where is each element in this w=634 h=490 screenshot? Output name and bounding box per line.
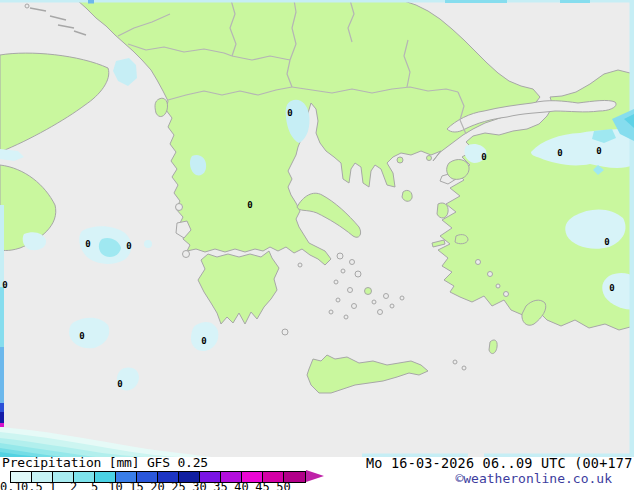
colorbar-tick-label: 40 <box>231 480 252 490</box>
island-lesbos <box>447 160 469 180</box>
colorbar-tick-label: 1 <box>42 480 63 490</box>
island-kasos <box>453 360 457 364</box>
island-samos <box>455 235 468 244</box>
island-thasos <box>397 157 403 163</box>
precip-value-label: 0 <box>85 240 90 249</box>
precip-top-edge <box>0 0 634 3</box>
island-lefkada <box>176 204 183 211</box>
island-chios <box>437 203 448 218</box>
precip-value-label: 0 <box>604 238 609 247</box>
precip-value-label: 0 <box>247 201 252 210</box>
map-area: 0 0 0 0 0 0 0 0 0 0 0 0 <box>0 0 634 457</box>
colorbar-tick-label: 50 <box>273 480 294 490</box>
weather-map-page: 0 0 0 0 0 0 0 0 0 0 0 0 <box>0 0 634 490</box>
colorbar-tick-label: 30 <box>189 480 210 490</box>
colorbar-tick-label: 25 <box>168 480 189 490</box>
precip-value-label: 0 <box>2 281 7 290</box>
island-zakynthos <box>183 251 190 258</box>
legend-title: Precipitation [mm] GFS 0.25 <box>2 455 208 470</box>
colorbar-tick-label: 15 <box>126 480 147 490</box>
precip-value-label: 0 <box>126 242 131 251</box>
precip-value-label: 0 <box>557 149 562 158</box>
island-corfu <box>155 98 168 116</box>
island-samothrace <box>427 156 432 161</box>
precip-value-label: 0 <box>481 153 486 162</box>
colorbar-tick-label: 20 <box>147 480 168 490</box>
precip-value-label: 0 <box>609 284 614 293</box>
precip-value-label: 0 <box>79 332 84 341</box>
colorbar-tick-label: 0.5 <box>21 480 42 490</box>
precip-value-label: 0 <box>117 380 122 389</box>
precip-value-label: 0 <box>287 109 292 118</box>
precip-ionian-dot <box>144 240 152 248</box>
colorbar-tick-label: 45 <box>252 480 273 490</box>
island-karpathos <box>489 340 497 354</box>
colorbar-tick-label: 35 <box>210 480 231 490</box>
colorbar-tick-label: 0.1 <box>0 480 21 490</box>
precip-value-label: 0 <box>201 337 206 346</box>
colorbar-arrow-icon <box>306 470 324 482</box>
precip-right-edge <box>630 0 634 457</box>
colorbar-tick-label: 10 <box>105 480 126 490</box>
island-kythera <box>282 329 288 335</box>
precip-value-label: 0 <box>596 147 601 156</box>
colorbar-tick-label: 5 <box>84 480 105 490</box>
copyright-link[interactable]: ©weatheronline.co.uk <box>455 471 612 486</box>
island-skyros <box>402 190 412 201</box>
precip-left-edge <box>0 205 4 427</box>
forecast-datetime: Mo 16-03-2026 06..09 UTC (00+177 <box>366 455 634 471</box>
colorbar-tick-label: 2 <box>63 480 84 490</box>
precipitation-map-svg <box>0 0 634 457</box>
colorbar-tick-labels: 0.1 0.5 1 2 5 10 15 20 25 30 35 40 45 50 <box>0 480 294 490</box>
